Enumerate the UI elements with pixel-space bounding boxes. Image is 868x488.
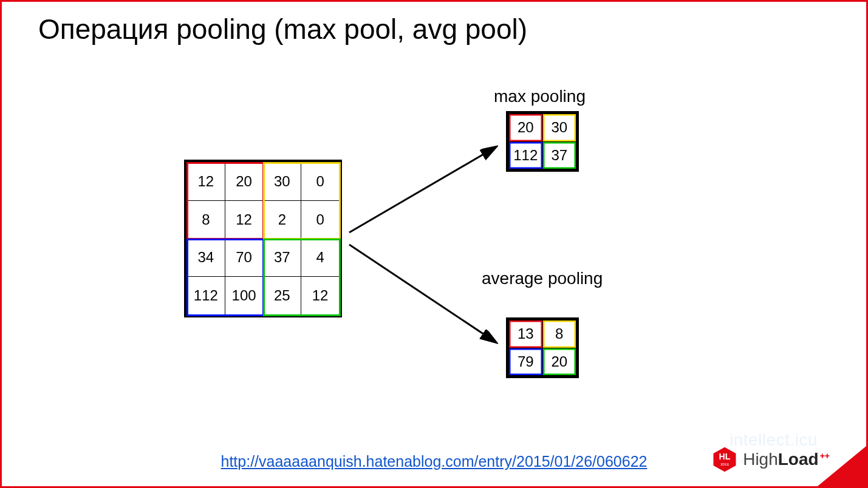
svg-text:HL: HL xyxy=(719,452,731,461)
input-cell: 37 xyxy=(263,239,301,277)
input-cell: 112 xyxy=(187,277,225,315)
input-grid: 12 20 30 0 8 12 2 0 34 70 37 4 xyxy=(184,160,342,317)
highload-logo: HL 2016 HighLoad++ xyxy=(711,446,830,473)
input-cell: 34 xyxy=(187,239,225,277)
input-cell: 0 xyxy=(301,200,340,239)
input-cell: 12 xyxy=(187,163,225,201)
input-cell: 70 xyxy=(225,239,263,277)
pooling-diagram: 12 20 30 0 8 12 2 0 34 70 37 4 xyxy=(184,160,670,415)
slide-title: Операция pooling (max pool, avg pool) xyxy=(38,13,527,46)
arrow-to-max xyxy=(343,129,513,251)
input-cell: 30 xyxy=(263,163,301,201)
source-link[interactable]: http://vaaaaaanquish.hatenablog.com/entr… xyxy=(221,453,648,470)
svg-line-1 xyxy=(349,245,495,342)
input-cell: 100 xyxy=(225,277,263,315)
max-pool-grid: 20 30 112 37 xyxy=(506,111,579,172)
avgpool-cell: 13 xyxy=(509,320,543,348)
highload-wordmark: HighLoad++ xyxy=(743,450,830,469)
avg-pool-grid: 13 8 79 20 xyxy=(506,317,579,378)
input-cell: 12 xyxy=(225,200,263,239)
avgpool-cell: 79 xyxy=(509,348,543,376)
corner-accent xyxy=(818,446,866,486)
maxpool-cell: 112 xyxy=(509,141,543,169)
input-cell: 20 xyxy=(225,163,263,201)
label-max-pooling: max pooling xyxy=(494,87,586,106)
input-cell: 12 xyxy=(301,277,340,315)
input-cell: 2 xyxy=(263,200,301,239)
maxpool-cell: 30 xyxy=(542,114,576,142)
label-average-pooling: average pooling xyxy=(482,269,603,288)
svg-line-0 xyxy=(349,147,495,232)
avgpool-cell: 20 xyxy=(542,348,576,376)
input-cell: 25 xyxy=(263,277,301,315)
arrow-to-avg xyxy=(343,239,513,360)
logo-part-light: High xyxy=(743,450,778,469)
svg-text:2016: 2016 xyxy=(720,462,729,466)
maxpool-cell: 37 xyxy=(542,141,576,169)
avgpool-cell: 8 xyxy=(542,320,576,348)
input-cell: 8 xyxy=(187,200,225,239)
input-cell: 0 xyxy=(301,163,340,201)
highload-badge-icon: HL 2016 xyxy=(711,446,738,473)
logo-part-bold: Load xyxy=(778,450,819,469)
slide-frame: Операция pooling (max pool, avg pool) 12… xyxy=(0,0,868,488)
maxpool-cell: 20 xyxy=(509,114,543,142)
input-cell: 4 xyxy=(301,239,340,277)
